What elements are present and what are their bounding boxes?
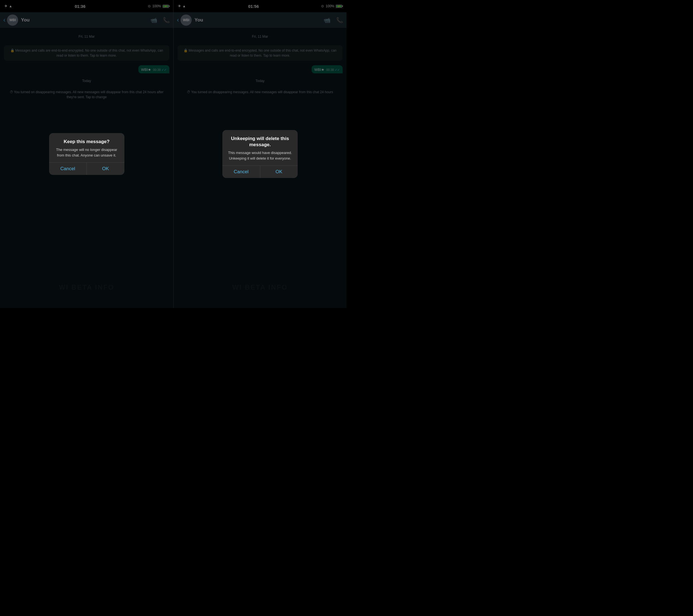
dialog-buttons-1: Cancel OK <box>49 163 124 175</box>
dialog-cancel-2[interactable]: Cancel <box>222 166 260 178</box>
dialog-1: Keep this message? The message will no l… <box>49 133 124 175</box>
dialog-content-2: Unkeeping will delete this message. This… <box>222 130 298 165</box>
dialog-overlay-1: Keep this message? The message will no l… <box>0 0 173 308</box>
dialog-buttons-2: Cancel OK <box>222 166 298 178</box>
dialog-title-1: Keep this message? <box>54 139 120 145</box>
screen-1: ✈ ▲ 01:36 ⊙ 100% ⚡ ‹ WBI You 📹 📞 <box>0 0 173 308</box>
dialog-content-1: Keep this message? The message will no l… <box>49 133 124 162</box>
dialog-2: Unkeeping will delete this message. This… <box>222 130 298 178</box>
dialog-message-2: This message would have disappeared. Unk… <box>227 150 293 161</box>
dialog-ok-1[interactable]: OK <box>86 163 124 175</box>
dialog-title-2: Unkeeping will delete this message. <box>227 136 293 148</box>
dialog-ok-2[interactable]: OK <box>260 166 298 178</box>
dialog-message-1: The message will no longer disappear fro… <box>54 147 120 158</box>
screen-2: ✈ ▲ 01:56 ⊙ 100% ⚡ ‹ WBI You 📹 📞 <box>173 0 346 308</box>
dialog-overlay-2: Unkeeping will delete this message. This… <box>174 0 346 308</box>
dialog-cancel-1[interactable]: Cancel <box>49 163 87 175</box>
